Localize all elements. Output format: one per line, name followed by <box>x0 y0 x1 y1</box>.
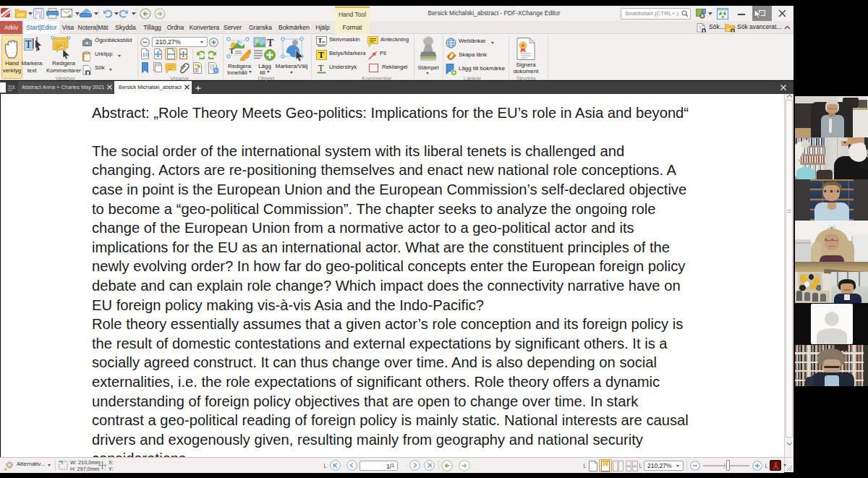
svg-text:10: 10 <box>142 51 149 58</box>
svg-text:T: T <box>267 38 274 48</box>
svg-text:T: T <box>318 37 323 44</box>
svg-text:T: T <box>318 63 324 73</box>
svg-text:T: T <box>229 47 234 55</box>
